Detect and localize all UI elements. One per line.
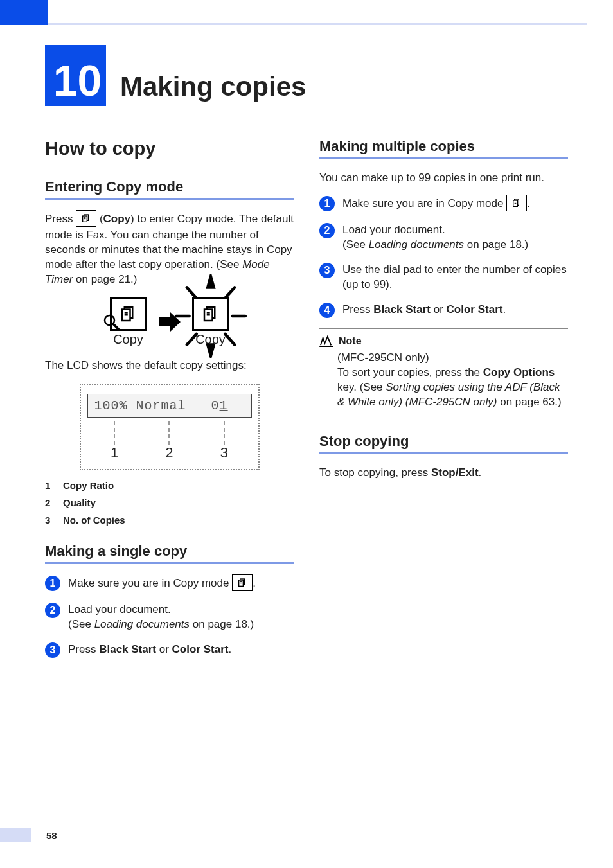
key-caption: Copy — [113, 332, 143, 347]
step-3: 3 Press Black Start or Color Start. — [45, 642, 294, 658]
right-column: Making multiple copies You can make up t… — [319, 138, 568, 668]
step-number: 1 — [319, 196, 335, 211]
sub-heading-entering-copy-mode: Entering Copy mode — [45, 179, 294, 195]
copy-mode-diagram: Copy — [45, 297, 294, 347]
copy-key-unlit — [110, 297, 147, 331]
step-3: 3 Use the dial pad to enter the number o… — [319, 263, 568, 292]
step-2: 2 Load your document. (See Loading docum… — [45, 603, 294, 632]
lcd-intro: The LCD shows the default copy settings: — [45, 359, 294, 373]
callout-2: 2 — [142, 445, 197, 461]
step-number: 2 — [319, 223, 335, 238]
svg-line-14 — [186, 334, 196, 345]
left-column: How to copy Entering Copy mode Press (Co… — [45, 138, 294, 668]
heading-rule — [45, 198, 294, 200]
chapter-heading: 10 Making copies — [0, 32, 613, 106]
chapter-title: Making copies — [120, 71, 306, 102]
step-number: 3 — [319, 263, 335, 278]
copy-key-lit — [192, 297, 229, 331]
stop-text: To stop copying, press Stop/Exit. — [319, 466, 568, 481]
press-indicator-icon — [102, 312, 121, 332]
note-icon — [319, 335, 333, 347]
step-number: 4 — [319, 303, 335, 318]
key-caption: Copy — [195, 332, 226, 347]
section-heading-how-to-copy: How to copy — [45, 138, 294, 159]
step-1: 1 Make sure you are in Copy mode . — [319, 196, 568, 213]
step-number: 1 — [45, 576, 60, 591]
copy-key-icon — [506, 195, 527, 211]
callout-3: 3 — [197, 445, 251, 461]
note-label: Note — [339, 335, 362, 347]
heading-rule — [319, 452, 568, 454]
note-box: Note (MFC-295CN only) To sort your copie… — [319, 328, 568, 417]
copy-key-icon — [232, 574, 253, 591]
sub-heading-single-copy: Making a single copy — [45, 543, 294, 560]
heading-rule — [45, 562, 294, 564]
page-number: 58 — [46, 830, 57, 841]
svg-line-10 — [186, 287, 196, 298]
sub-heading-stop-copying: Stop copying — [319, 433, 568, 450]
step-2: 2 Load your document. (See Loading docum… — [319, 223, 568, 252]
arrow-right-icon — [159, 312, 181, 332]
lcd-line: 100% Normal 01 — [87, 394, 252, 418]
svg-line-15 — [225, 334, 235, 345]
step-number: 3 — [45, 642, 60, 658]
page-footer: 58 — [0, 828, 57, 842]
callout-1: 1 — [87, 445, 142, 461]
lcd-panel: 100% Normal 01 1 2 3 — [80, 384, 260, 470]
header-color-tab — [0, 0, 48, 25]
step-number: 2 — [45, 603, 60, 618]
header-bar — [0, 0, 613, 32]
sub-heading-multiple-copies: Making multiple copies — [319, 138, 568, 155]
heading-rule — [319, 157, 568, 159]
step-1: 1 Make sure you are in Copy mode . — [45, 576, 294, 592]
footer-color-tab — [0, 828, 31, 842]
copy-key-icon — [76, 210, 96, 227]
svg-line-9 — [112, 323, 119, 330]
chapter-number: 10 — [45, 45, 106, 106]
lcd-legend: 1Copy Ratio 2Quality 3No. of Copies — [45, 477, 294, 529]
multiple-intro: You can make up to 99 copies in one prin… — [319, 171, 568, 186]
svg-line-11 — [225, 287, 235, 298]
entering-para: Press (Copy) to enter Copy mode. The def… — [45, 211, 294, 287]
step-4: 4 Press Black Start or Color Start. — [319, 303, 568, 318]
